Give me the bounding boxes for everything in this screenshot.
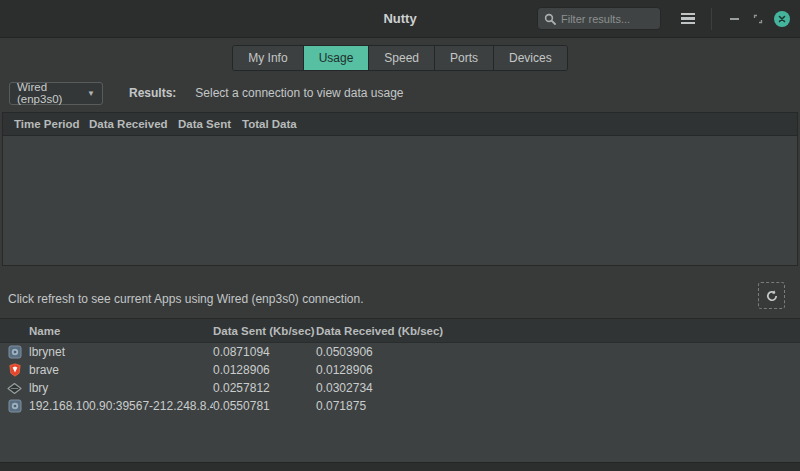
results-label: Results: [129,86,176,100]
minimize-icon [730,18,739,20]
app-menu-button[interactable] [675,6,701,32]
minimize-button[interactable] [722,7,746,31]
col-data-received[interactable]: Data Received [89,118,178,130]
tab-devices[interactable]: Devices [494,46,567,70]
tab-speed[interactable]: Speed [369,46,435,70]
refresh-button[interactable] [758,282,785,309]
search-icon [544,13,556,25]
tab-ports[interactable]: Ports [435,46,494,70]
results-status-text: Select a connection to view data usage [195,86,403,100]
apps-table: Name Data Sent (Kb/sec) Data Received (K… [0,318,800,462]
app-received: 0.0503906 [316,345,800,359]
app-name: brave [29,363,213,377]
tab-my-info[interactable]: My Info [233,46,303,70]
app-name: lbry [29,381,213,395]
col-recv-kbsec[interactable]: Data Received (Kb/sec) [316,325,800,337]
close-icon [774,11,790,27]
app-sent: 0.0128906 [213,363,316,377]
table-row[interactable]: lbry 0.0257812 0.0302734 [0,379,800,397]
usage-table: Time Period Data Received Data Sent Tota… [2,112,798,266]
hamburger-icon [681,13,695,16]
mode-switcher-row: My Info Usage Speed Ports Devices [0,38,800,71]
refresh-icon [765,289,779,303]
usage-table-header: Time Period Data Received Data Sent Tota… [3,113,797,136]
connection-dropdown-value: Wired (enp3s0) [17,81,87,105]
app-sent: 0.0257812 [213,381,316,395]
connection-row: Wired (enp3s0) ▼ Results: Select a conne… [0,71,800,106]
usage-table-body-empty [3,136,797,265]
app-name: lbrynet [29,345,213,359]
table-row[interactable]: brave 0.0128906 0.0128906 [0,361,800,379]
maximize-icon [753,14,763,24]
refresh-hint-text: Click refresh to see current Apps using … [8,292,364,306]
app-sent: 0.0871094 [213,345,316,359]
col-data-sent[interactable]: Data Sent [178,118,242,130]
col-total-data[interactable]: Total Data [242,118,797,130]
table-row[interactable]: lbrynet 0.0871094 0.0503906 [0,343,800,361]
app-received: 0.0128906 [316,363,800,377]
apps-table-body: lbrynet 0.0871094 0.0503906 brave 0.0128… [0,343,800,462]
app-generic-icon [8,345,22,359]
close-button[interactable] [770,7,794,31]
connection-dropdown[interactable]: Wired (enp3s0) ▼ [9,82,103,105]
filter-search-field[interactable] [537,7,661,30]
brave-shield-icon [8,363,22,377]
window-bottom-strip [0,462,800,471]
mode-switcher: My Info Usage Speed Ports Devices [232,45,567,71]
col-name[interactable]: Name [29,325,213,337]
table-row[interactable]: 192.168.100.90:39567-212.248.8.4:62588 0… [0,397,800,415]
app-received: 0.071875 [316,399,800,413]
titlebar-separator [711,8,712,30]
search-input[interactable] [561,13,654,25]
col-time-period[interactable]: Time Period [3,118,89,130]
app-sent: 0.0550781 [213,399,316,413]
apps-table-empty-space [0,415,800,462]
apps-table-header: Name Data Sent (Kb/sec) Data Received (K… [0,319,800,343]
app-name: 192.168.100.90:39567-212.248.8.4:62588 [29,399,213,413]
chevron-down-icon: ▼ [87,89,95,98]
maximize-button[interactable] [746,7,770,31]
app-generic-icon [8,399,22,413]
nutty-window: Nutty [0,0,800,471]
col-sent-kbsec[interactable]: Data Sent (Kb/sec) [213,325,316,337]
apps-hint-section: Click refresh to see current Apps using … [0,266,800,318]
lbry-eye-icon [7,382,22,395]
tab-usage[interactable]: Usage [304,46,370,70]
titlebar: Nutty [0,0,800,38]
app-received: 0.0302734 [316,381,800,395]
